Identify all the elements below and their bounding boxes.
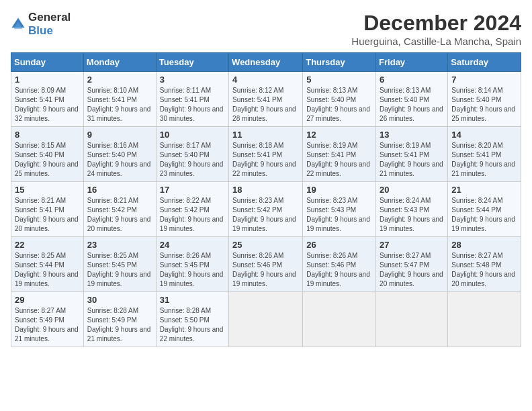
day-number: 8 xyxy=(15,130,80,140)
day-info: Sunrise: 8:20 AM Sunset: 5:41 PM Dayligh… xyxy=(451,142,515,177)
day-number: 5 xyxy=(306,75,372,85)
day-number: 21 xyxy=(451,185,517,195)
day-cell-10: 10 Sunrise: 8:17 AM Sunset: 5:40 PM Dayl… xyxy=(156,127,228,182)
day-info: Sunrise: 8:27 AM Sunset: 5:48 PM Dayligh… xyxy=(451,252,515,287)
day-number: 10 xyxy=(160,130,225,140)
table-row: 22 Sunrise: 8:25 AM Sunset: 5:44 PM Dayl… xyxy=(11,237,521,292)
day-cell-8: 8 Sunrise: 8:15 AM Sunset: 5:40 PM Dayli… xyxy=(11,127,84,182)
day-cell-24: 24 Sunrise: 8:26 AM Sunset: 5:45 PM Dayl… xyxy=(156,237,228,292)
day-cell-1: 1 Sunrise: 8:09 AM Sunset: 5:41 PM Dayli… xyxy=(11,72,84,127)
day-cell-6: 6 Sunrise: 8:13 AM Sunset: 5:40 PM Dayli… xyxy=(376,72,448,127)
day-info: Sunrise: 8:26 AM Sunset: 5:45 PM Dayligh… xyxy=(160,252,224,287)
empty-cell xyxy=(303,292,376,347)
day-info: Sunrise: 8:16 AM Sunset: 5:40 PM Dayligh… xyxy=(87,142,151,177)
day-info: Sunrise: 8:11 AM Sunset: 5:41 PM Dayligh… xyxy=(160,87,224,122)
day-info: Sunrise: 8:22 AM Sunset: 5:42 PM Dayligh… xyxy=(160,197,224,232)
day-cell-30: 30 Sunrise: 8:28 AM Sunset: 5:49 PM Dayl… xyxy=(83,292,156,347)
day-info: Sunrise: 8:25 AM Sunset: 5:44 PM Dayligh… xyxy=(15,252,79,287)
day-number: 9 xyxy=(87,130,152,140)
day-info: Sunrise: 8:27 AM Sunset: 5:47 PM Dayligh… xyxy=(380,252,443,287)
day-number: 23 xyxy=(87,240,152,250)
day-cell-19: 19 Sunrise: 8:23 AM Sunset: 5:43 PM Dayl… xyxy=(303,182,376,237)
table-row: 29 Sunrise: 8:27 AM Sunset: 5:49 PM Dayl… xyxy=(11,292,521,347)
location: Huerguina, Castille-La Mancha, Spain xyxy=(351,36,521,47)
empty-cell xyxy=(229,292,303,347)
logo: General Blue xyxy=(11,11,71,38)
day-number: 4 xyxy=(232,75,299,85)
day-number: 31 xyxy=(160,295,225,305)
day-info: Sunrise: 8:10 AM Sunset: 5:41 PM Dayligh… xyxy=(87,87,151,122)
calendar-table: Sunday Monday Tuesday Wednesday Thursday… xyxy=(11,52,521,347)
month-year: December 2024 xyxy=(351,11,521,36)
day-info: Sunrise: 8:26 AM Sunset: 5:46 PM Dayligh… xyxy=(232,252,296,287)
col-tuesday: Tuesday xyxy=(156,53,228,72)
day-cell-7: 7 Sunrise: 8:14 AM Sunset: 5:40 PM Dayli… xyxy=(448,72,521,127)
day-number: 29 xyxy=(15,295,80,305)
day-cell-11: 11 Sunrise: 8:18 AM Sunset: 5:41 PM Dayl… xyxy=(229,127,303,182)
day-number: 16 xyxy=(87,185,152,195)
empty-cell xyxy=(376,292,448,347)
day-number: 7 xyxy=(451,75,517,85)
day-number: 14 xyxy=(451,130,517,140)
day-number: 28 xyxy=(451,240,517,250)
day-info: Sunrise: 8:13 AM Sunset: 5:40 PM Dayligh… xyxy=(380,87,443,122)
day-cell-17: 17 Sunrise: 8:22 AM Sunset: 5:42 PM Dayl… xyxy=(156,182,228,237)
day-number: 19 xyxy=(306,185,372,195)
day-cell-23: 23 Sunrise: 8:25 AM Sunset: 5:45 PM Dayl… xyxy=(83,237,156,292)
day-number: 6 xyxy=(380,75,444,85)
day-cell-3: 3 Sunrise: 8:11 AM Sunset: 5:41 PM Dayli… xyxy=(156,72,228,127)
col-saturday: Saturday xyxy=(448,53,521,72)
day-cell-29: 29 Sunrise: 8:27 AM Sunset: 5:49 PM Dayl… xyxy=(11,292,84,347)
day-cell-26: 26 Sunrise: 8:26 AM Sunset: 5:46 PM Dayl… xyxy=(303,237,376,292)
day-number: 3 xyxy=(160,75,225,85)
day-info: Sunrise: 8:23 AM Sunset: 5:43 PM Dayligh… xyxy=(306,197,370,232)
day-number: 15 xyxy=(15,185,80,195)
col-thursday: Thursday xyxy=(303,53,376,72)
day-number: 25 xyxy=(232,240,299,250)
day-info: Sunrise: 8:13 AM Sunset: 5:40 PM Dayligh… xyxy=(306,87,370,122)
day-number: 18 xyxy=(232,185,299,195)
header-row: Sunday Monday Tuesday Wednesday Thursday… xyxy=(11,53,521,72)
day-info: Sunrise: 8:21 AM Sunset: 5:42 PM Dayligh… xyxy=(87,197,151,232)
day-number: 12 xyxy=(306,130,372,140)
col-sunday: Sunday xyxy=(11,53,84,72)
day-number: 13 xyxy=(380,130,444,140)
day-info: Sunrise: 8:19 AM Sunset: 5:41 PM Dayligh… xyxy=(380,142,443,177)
day-cell-18: 18 Sunrise: 8:23 AM Sunset: 5:42 PM Dayl… xyxy=(229,182,303,237)
day-cell-21: 21 Sunrise: 8:24 AM Sunset: 5:44 PM Dayl… xyxy=(448,182,521,237)
day-cell-31: 31 Sunrise: 8:28 AM Sunset: 5:50 PM Dayl… xyxy=(156,292,228,347)
day-info: Sunrise: 8:19 AM Sunset: 5:41 PM Dayligh… xyxy=(306,142,370,177)
day-number: 26 xyxy=(306,240,372,250)
day-info: Sunrise: 8:27 AM Sunset: 5:49 PM Dayligh… xyxy=(15,307,79,342)
day-cell-9: 9 Sunrise: 8:16 AM Sunset: 5:40 PM Dayli… xyxy=(83,127,156,182)
day-info: Sunrise: 8:26 AM Sunset: 5:46 PM Dayligh… xyxy=(306,252,370,287)
day-number: 22 xyxy=(15,240,80,250)
day-info: Sunrise: 8:24 AM Sunset: 5:44 PM Dayligh… xyxy=(451,197,515,232)
day-info: Sunrise: 8:21 AM Sunset: 5:41 PM Dayligh… xyxy=(15,197,79,232)
day-cell-14: 14 Sunrise: 8:20 AM Sunset: 5:41 PM Dayl… xyxy=(448,127,521,182)
day-info: Sunrise: 8:28 AM Sunset: 5:50 PM Dayligh… xyxy=(160,307,224,342)
day-cell-16: 16 Sunrise: 8:21 AM Sunset: 5:42 PM Dayl… xyxy=(83,182,156,237)
day-cell-28: 28 Sunrise: 8:27 AM Sunset: 5:48 PM Dayl… xyxy=(448,237,521,292)
day-cell-12: 12 Sunrise: 8:19 AM Sunset: 5:41 PM Dayl… xyxy=(303,127,376,182)
day-number: 11 xyxy=(232,130,299,140)
day-number: 17 xyxy=(160,185,225,195)
day-cell-22: 22 Sunrise: 8:25 AM Sunset: 5:44 PM Dayl… xyxy=(11,237,84,292)
day-info: Sunrise: 8:12 AM Sunset: 5:41 PM Dayligh… xyxy=(232,87,296,122)
day-number: 30 xyxy=(87,295,152,305)
day-number: 20 xyxy=(380,185,444,195)
day-cell-27: 27 Sunrise: 8:27 AM Sunset: 5:47 PM Dayl… xyxy=(376,237,448,292)
empty-cell xyxy=(448,292,521,347)
day-number: 27 xyxy=(380,240,444,250)
day-info: Sunrise: 8:15 AM Sunset: 5:40 PM Dayligh… xyxy=(15,142,79,177)
day-cell-25: 25 Sunrise: 8:26 AM Sunset: 5:46 PM Dayl… xyxy=(229,237,303,292)
day-cell-2: 2 Sunrise: 8:10 AM Sunset: 5:41 PM Dayli… xyxy=(83,72,156,127)
day-cell-13: 13 Sunrise: 8:19 AM Sunset: 5:41 PM Dayl… xyxy=(376,127,448,182)
day-info: Sunrise: 8:23 AM Sunset: 5:42 PM Dayligh… xyxy=(232,197,296,232)
day-number: 24 xyxy=(160,240,225,250)
day-info: Sunrise: 8:18 AM Sunset: 5:41 PM Dayligh… xyxy=(232,142,296,177)
col-monday: Monday xyxy=(83,53,156,72)
day-number: 1 xyxy=(15,75,80,85)
logo-icon xyxy=(11,17,26,32)
col-friday: Friday xyxy=(376,53,448,72)
